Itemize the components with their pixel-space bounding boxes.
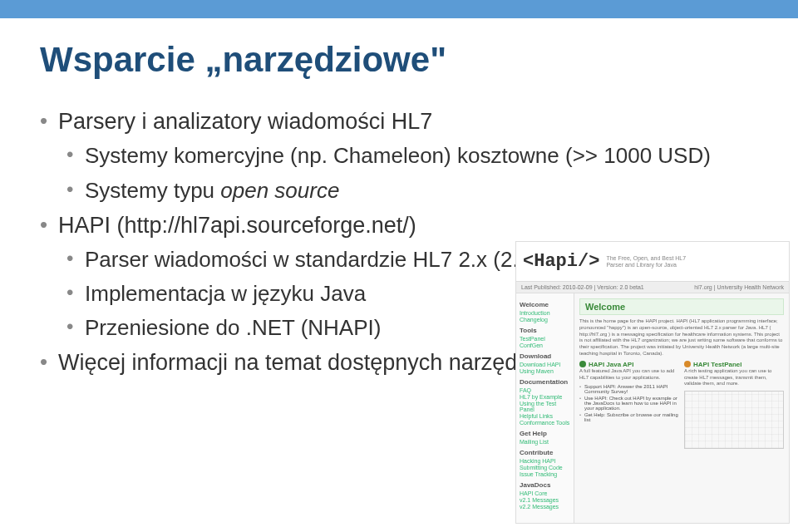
sidebar-item: FAQ [520, 387, 570, 393]
infobar-right: hl7.org | University Health Network [694, 284, 784, 290]
sidebar-item: TestPanel [520, 336, 570, 342]
tagline-line: The Free, Open, and Best HL7 [606, 255, 686, 262]
column-heading: HAPI TestPanel [684, 361, 784, 368]
sidebar-item: Mailing List [520, 439, 570, 445]
main-content: Welcome This is the home page for the HA… [574, 293, 789, 523]
bullet-lv1: Parsery i analizatory wiadomości HL7 [40, 106, 778, 136]
sidebar-item: Hacking HAPI [520, 458, 570, 464]
tagline-line: Parser and Library for Java [606, 262, 686, 268]
sidebar-item: Using Maven [520, 368, 570, 374]
hapi-website-screenshot: <Hapi/> The Free, Open, and Best HL7 Par… [515, 241, 790, 524]
bullet-lv1: HAPI (http://hl7api.sourceforge.net/) [40, 210, 778, 240]
sidebar-item: v2.1 Messages [520, 497, 570, 503]
site-logo: <Hapi/> [523, 251, 599, 272]
sidebar-item: Submitting Code [520, 465, 570, 470]
column-bullet: Use HAPI: Check out HAPI by example or t… [584, 396, 679, 411]
bullet-lv2: Systemy typu open source [40, 176, 778, 205]
sidebar-heading: Download [520, 352, 570, 360]
color-stripe [0, 0, 798, 18]
welcome-heading: Welcome [579, 298, 784, 315]
column-heading: HAPI Java API [579, 361, 679, 368]
slide-title: Wsparcie „narzędziowe" [40, 40, 446, 80]
site-tagline: The Free, Open, and Best HL7 Parser and … [606, 255, 686, 268]
sidebar-item: Helpful Links [520, 413, 570, 419]
site-body: Welcome Introduction Changelog Tools Tes… [516, 293, 789, 523]
testpanel-screenshot [684, 391, 784, 449]
bullet-text: Systemy typu [85, 178, 220, 203]
sidebar-item: ConfGen [520, 342, 570, 348]
column-testpanel: HAPI TestPanel A rich testing applicatio… [684, 361, 784, 449]
columns: HAPI Java API A full featured Java API y… [579, 361, 784, 449]
sidebar-heading: Get Help [520, 430, 570, 437]
column-para: A rich testing application you can use t… [684, 368, 784, 387]
column-para: A full featured Java API you can use to … [579, 368, 679, 382]
col-h-text: HAPI TestPanel [693, 361, 742, 368]
sidebar-item: Using the Test Panel [520, 401, 570, 412]
sidebar: Welcome Introduction Changelog Tools Tes… [516, 293, 574, 523]
bullet-text-italic: open source [220, 178, 339, 203]
column-bullet: Get Help: Subscribe or browse our mailin… [584, 412, 679, 422]
column-bullet: Support HAPI: Answer the 2011 HAPI Commu… [584, 384, 679, 394]
sidebar-item: v2.2 Messages [520, 504, 570, 510]
welcome-paragraph: This is the home page for the HAPI proje… [579, 318, 784, 357]
dot-icon [579, 361, 586, 367]
bullet-lv2: Systemy komercyjne (np. Chameleon) koszt… [40, 141, 778, 170]
infobar-left: Last Published: 2010-02-09 | Version: 2.… [521, 284, 644, 290]
sidebar-item: Issue Tracking [520, 471, 570, 477]
sidebar-heading: Contribute [520, 449, 570, 456]
col-h-text: HAPI Java API [589, 361, 633, 368]
sidebar-item: HL7 by Example [520, 394, 570, 400]
column-api: HAPI Java API A full featured Java API y… [579, 361, 679, 449]
sidebar-item: Changelog [520, 317, 570, 323]
slide: Wsparcie „narzędziowe" Parsery i analiza… [0, 0, 798, 532]
sidebar-item: HAPI Core [520, 490, 570, 496]
sidebar-heading: Tools [520, 327, 570, 334]
site-header: <Hapi/> The Free, Open, and Best HL7 Par… [516, 242, 789, 282]
dot-icon [684, 361, 691, 367]
sidebar-item: Conformance Tools [520, 420, 570, 426]
sidebar-item: Introduction [520, 310, 570, 316]
sidebar-item: Download HAPI [520, 362, 570, 367]
sidebar-heading: Documentation [520, 378, 570, 386]
sidebar-heading: JavaDocs [520, 481, 570, 489]
site-infobar: Last Published: 2010-02-09 | Version: 2.… [516, 282, 789, 293]
sidebar-heading: Welcome [520, 301, 570, 308]
